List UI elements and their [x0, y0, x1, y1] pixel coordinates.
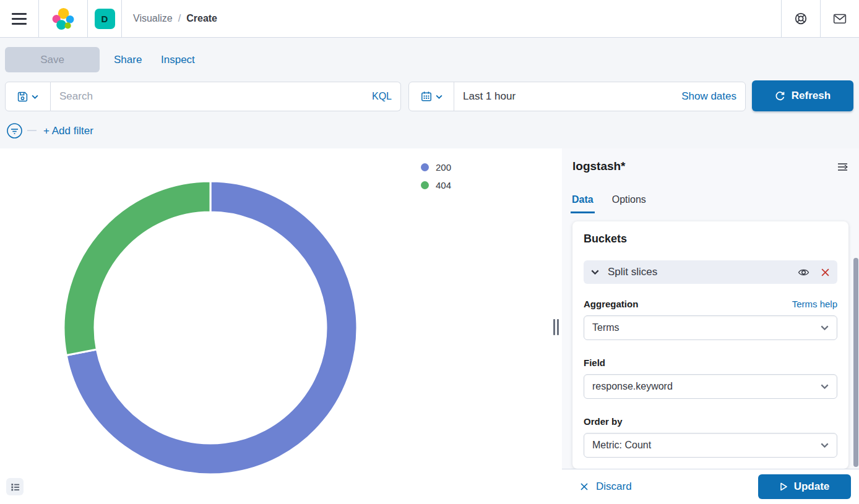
order-by-select[interactable]: Metric: Count	[584, 433, 837, 458]
red-x-icon	[821, 268, 830, 277]
time-range-value[interactable]: Last 1 hour	[454, 90, 516, 103]
discard-label: Discard	[596, 481, 632, 493]
editor-actions-bar: Discard Update	[562, 469, 859, 504]
search-box: KQL	[51, 82, 401, 111]
field-value: response.keyword	[592, 381, 673, 392]
aggregation-label-row: Aggregation Terms help	[584, 299, 837, 309]
toggle-visibility-button[interactable]	[798, 267, 809, 278]
list-icon	[10, 482, 20, 492]
tab-data[interactable]: Data	[571, 192, 595, 213]
legend-dot	[421, 163, 429, 171]
space-avatar[interactable]: D	[95, 9, 115, 29]
panel-tabs: Data Options	[571, 192, 647, 213]
search-input[interactable]	[59, 90, 372, 103]
help-button[interactable]	[782, 0, 820, 37]
elastic-logo-icon	[51, 7, 75, 30]
kql-language-button[interactable]: KQL	[372, 91, 392, 102]
breadcrumb-separator: /	[178, 13, 181, 24]
elastic-logo[interactable]	[39, 0, 87, 37]
x-icon	[580, 482, 589, 491]
split-slices-row[interactable]: Split slices	[584, 260, 837, 284]
envelope-icon	[833, 12, 847, 25]
panel-scrollbar-thumb[interactable]	[853, 258, 858, 467]
toolbar-band: Save Share Inspect KQL	[0, 38, 859, 148]
hamburger-icon	[12, 18, 27, 20]
inspect-button[interactable]: Inspect	[161, 47, 195, 72]
legend-toggle-button[interactable]	[6, 478, 24, 495]
filter-pin-divider	[27, 130, 37, 131]
menu-right-icon	[837, 161, 848, 173]
aggregation-label: Aggregation	[584, 299, 638, 309]
order-by-label: Order by	[584, 416, 623, 427]
date-picker: Last 1 hour Show dates	[408, 82, 746, 111]
refresh-icon	[775, 91, 785, 101]
panel-resize-handle[interactable]	[553, 318, 559, 336]
refresh-label: Refresh	[792, 90, 831, 102]
visualization-area: 200404 logstash*	[0, 148, 859, 504]
newsfeed-button[interactable]	[821, 0, 859, 37]
filter-icon[interactable]	[6, 122, 23, 139]
kibana-visualize-app: D Visualize / Create Save S	[0, 0, 859, 504]
vis-editor-panel: logstash* Data Options Buckets	[562, 148, 859, 504]
remove-bucket-button[interactable]	[821, 268, 830, 277]
chevron-down-icon	[821, 443, 829, 448]
buckets-title: Buckets	[584, 233, 837, 246]
collapse-panel-button[interactable]	[837, 161, 848, 173]
chevron-down-icon	[821, 384, 829, 389]
order-by-label-row: Order by	[584, 416, 837, 427]
legend-label: 404	[436, 180, 451, 190]
buckets-card: Buckets Split slices	[572, 221, 848, 469]
life-ring-icon	[795, 12, 807, 25]
eye-icon	[798, 267, 809, 278]
save-button[interactable]: Save	[5, 47, 100, 72]
query-bar: KQL	[5, 82, 401, 111]
field-select[interactable]: response.keyword	[584, 374, 837, 399]
order-by-value: Metric: Count	[592, 440, 651, 451]
legend-label: 200	[436, 162, 451, 173]
show-dates-button[interactable]: Show dates	[681, 90, 745, 103]
tab-options[interactable]: Options	[611, 192, 647, 213]
donut-slice-404[interactable]	[64, 181, 210, 355]
split-slices-label: Split slices	[608, 266, 657, 278]
refresh-button[interactable]: Refresh	[752, 80, 853, 111]
share-button[interactable]: Share	[114, 47, 142, 72]
breadcrumb-current: Create	[186, 13, 217, 24]
menu-button[interactable]	[0, 0, 38, 37]
aggregation-select[interactable]: Terms	[584, 315, 837, 340]
update-label: Update	[794, 481, 830, 493]
chevron-down-icon	[436, 95, 442, 99]
chart-legend: 200404	[421, 162, 451, 198]
field-label: Field	[584, 357, 605, 368]
breadcrumb: Visualize / Create	[122, 0, 217, 37]
legend-item-200[interactable]: 200	[421, 162, 451, 173]
calendar-icon	[421, 91, 432, 102]
save-icon	[17, 92, 28, 102]
chevron-down-icon	[32, 95, 38, 99]
legend-dot	[421, 181, 429, 189]
donut-chart	[62, 179, 359, 476]
saved-query-menu-button[interactable]	[5, 82, 51, 111]
header-spacer	[217, 0, 781, 37]
update-button[interactable]: Update	[758, 474, 851, 499]
terms-help-link[interactable]: Terms help	[792, 299, 837, 309]
hamburger-icon	[12, 23, 27, 25]
discard-button[interactable]: Discard	[580, 481, 632, 493]
quick-select-button[interactable]	[409, 82, 454, 111]
aggregation-value: Terms	[592, 322, 619, 333]
add-filter-button[interactable]: + Add filter	[43, 123, 93, 139]
play-icon	[780, 482, 788, 491]
resize-grip	[557, 319, 559, 335]
chevron-down-icon	[821, 325, 829, 330]
breadcrumb-visualize[interactable]: Visualize	[133, 13, 173, 24]
chevron-down-icon	[591, 270, 599, 275]
space-selector[interactable]: D	[88, 0, 121, 37]
top-navbar: D Visualize / Create	[0, 0, 859, 38]
field-label-row: Field	[584, 357, 837, 368]
panel-header: logstash*	[572, 160, 848, 173]
legend-item-404[interactable]: 404	[421, 180, 451, 190]
index-pattern-title: logstash*	[572, 160, 626, 173]
hamburger-icon	[12, 13, 27, 15]
resize-grip	[553, 319, 555, 335]
